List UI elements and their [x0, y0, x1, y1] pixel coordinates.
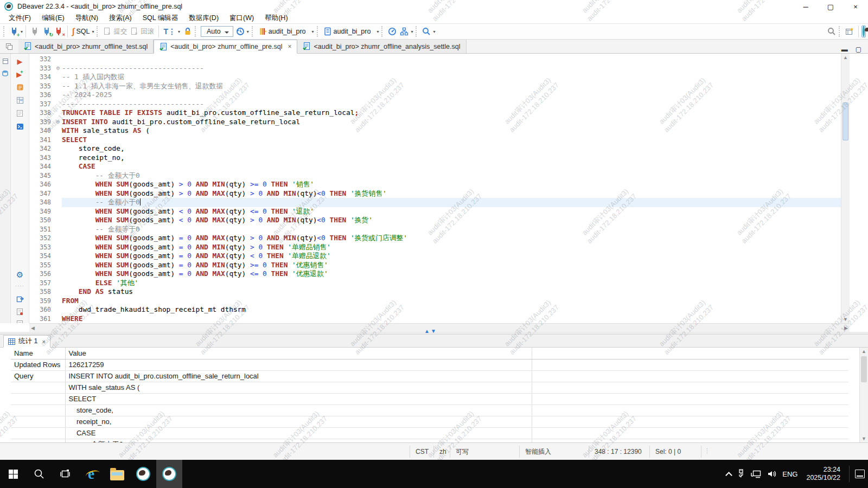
code-line[interactable]: 332 [29, 55, 841, 64]
tray-expand-icon[interactable] [725, 472, 732, 479]
close-icon[interactable]: × [42, 338, 45, 345]
code-line[interactable]: 354 WHEN SUM(goods_amt) = 0 AND MAX(qty)… [29, 252, 841, 261]
menu-item[interactable]: 窗口(W) [224, 14, 259, 23]
dbeaver-taskbar-button[interactable] [130, 460, 156, 488]
execute-statement-button[interactable]: ▶ [16, 57, 24, 66]
transaction-mode-button[interactable]: T⋮ ▾ [162, 26, 182, 37]
menu-item[interactable]: 帮助(H) [259, 14, 293, 23]
menu-item[interactable]: 数据库(D) [183, 14, 224, 23]
code-line[interactable]: 343 receipt_no, [29, 153, 841, 163]
table-row[interactable]: receipt_no, [11, 416, 848, 427]
minimize-panel-icon[interactable]: ▬ [841, 46, 848, 53]
code-line[interactable]: 341SELECT [29, 136, 841, 145]
window-minimize-icon[interactable]: ─ [793, 0, 818, 13]
taskbar-clock[interactable]: 23:24 2025/10/22 [803, 466, 844, 482]
dashboard-button[interactable] [386, 26, 398, 37]
scroll-up-icon[interactable]: ▲ [860, 349, 868, 354]
editor-vscrollbar[interactable]: ▲ ▼ [841, 54, 850, 323]
connect-button[interactable] [29, 26, 41, 37]
new-connection-button[interactable]: ＋ [8, 26, 20, 37]
window-close-icon[interactable]: × [843, 0, 868, 13]
open-perspective-button[interactable] [844, 26, 856, 37]
editor-list-button[interactable] [0, 40, 18, 53]
scroll-up-icon[interactable]: ▲ [841, 55, 850, 60]
code-line[interactable]: 353 WHEN SUM(goods_amt) = 0 AND MIN(qty)… [29, 243, 841, 252]
scroll-thumb[interactable] [861, 356, 867, 382]
sql-editor-button[interactable]: ∫ SQL ▾ [71, 25, 95, 37]
dbeaver-perspective-button[interactable] [861, 25, 866, 37]
menu-item[interactable]: SQL 编辑器 [137, 14, 184, 23]
column-header-value[interactable]: Value [65, 348, 532, 359]
menu-item[interactable]: 文件(F) [3, 14, 36, 23]
search-button[interactable]: ▾ [420, 26, 437, 37]
scroll-down-icon[interactable]: ▼ [841, 317, 850, 322]
start-button[interactable] [0, 460, 26, 488]
table-row[interactable]: WITH sale_status AS ( [11, 382, 848, 393]
code-area[interactable]: 332333⊖---------------------------------… [29, 55, 841, 323]
language-indicator[interactable]: ENG [782, 470, 797, 478]
code-line[interactable]: 338TRUNCATE TABLE IF EXISTS audit_bi_pro… [29, 108, 841, 118]
output-console-button[interactable] [16, 122, 24, 131]
results-vscrollbar[interactable]: ▲ ▼ [859, 348, 868, 442]
rollback-button[interactable]: 回滚 [129, 26, 156, 37]
table-row[interactable]: Updated Rows126217259 [11, 359, 848, 370]
editor-tab[interactable]: <audit_bi_pro> zhumr_offline_analysis_se… [297, 40, 466, 53]
settings-gear-icon[interactable]: ⚙ [16, 271, 24, 279]
script-log-button[interactable] [16, 109, 24, 118]
code-line[interactable]: 356 WHEN SUM(goods_amt) = 0 AND MAX(qty)… [29, 269, 841, 279]
reconnect-button[interactable]: ↻ [41, 26, 53, 37]
database-selector[interactable]: audit_bi_pro ▾ [322, 26, 381, 37]
editor-hscrollbar[interactable]: ◀ ▶ [29, 323, 850, 332]
database-navigator-icon[interactable] [1, 69, 10, 78]
code-line[interactable]: 352 WHEN SUM(goods_amt) = 0 AND MAX(qty)… [29, 234, 841, 243]
fold-marker-icon[interactable]: ⊖ [54, 118, 62, 127]
close-icon[interactable]: × [288, 43, 291, 50]
code-line[interactable]: 345 -- 金额大于0 [29, 171, 841, 181]
editor-tab[interactable]: <audit_bi_pro> zhumr_offline_test.sql [18, 40, 154, 53]
window-maximize-icon[interactable]: ▢ [818, 0, 843, 13]
quick-search-button[interactable] [826, 26, 838, 37]
speaker-icon[interactable] [767, 470, 777, 478]
menu-item[interactable]: 编辑(E) [36, 14, 70, 23]
column-header-name[interactable]: Name [11, 348, 65, 359]
code-line[interactable]: 340WITH sale_status AS ( [29, 126, 841, 136]
er-diagram-button[interactable]: ▾ [398, 26, 414, 37]
code-line[interactable]: 344 CASE [29, 162, 841, 171]
code-line[interactable]: 359FROM [29, 297, 841, 306]
internet-explorer-button[interactable]: e [78, 460, 104, 488]
open-file-button[interactable] [16, 319, 24, 323]
task-view-button[interactable] [52, 460, 78, 488]
execute-new-tab-button[interactable]: ▶+ [16, 70, 24, 79]
code-line[interactable]: 333⊖---------------------------------- [29, 64, 841, 73]
explain-plan-button[interactable] [16, 96, 24, 105]
disconnect-button[interactable]: × [53, 26, 65, 37]
code-line[interactable]: 335-- 1.1 插入非海一家、非男生女生销售、退款数据 [29, 82, 841, 91]
tab-statistics[interactable]: 统计 1 × [3, 335, 50, 348]
execute-script-button[interactable] [16, 83, 24, 92]
chevron-down-icon[interactable]: ▾ [21, 29, 23, 34]
code-line[interactable]: 342 store_code, [29, 144, 841, 153]
table-row[interactable]: SELECT [11, 393, 848, 404]
restore-panel-icon[interactable] [1, 57, 10, 66]
lock-button[interactable] [182, 26, 194, 37]
scroll-thumb[interactable] [843, 102, 848, 140]
scroll-left-icon[interactable]: ◀ [31, 325, 35, 331]
code-line[interactable]: 347 WHEN SUM(goods_amt) > 0 AND MAX(qty)… [29, 189, 841, 198]
network-display-icon[interactable] [751, 470, 762, 478]
taskbar-search-button[interactable] [26, 460, 52, 488]
code-line[interactable]: 350 WHEN SUM(goods_amt) < 0 AND MAX(qty)… [29, 216, 841, 225]
table-row[interactable]: store_code, [11, 404, 848, 416]
code-line[interactable]: 361WHERE [29, 314, 841, 324]
menu-item[interactable]: 搜索(A) [104, 14, 137, 23]
table-row[interactable]: CASE [11, 427, 848, 439]
code-line[interactable]: 334-- 1 插入国内数据 [29, 73, 841, 82]
save-file-button[interactable] [16, 307, 24, 316]
commit-button[interactable]: 提交 [101, 26, 129, 37]
table-row[interactable]: QueryINSERT INTO audit_bi_pro.custom_off… [11, 370, 848, 382]
usb-icon[interactable] [737, 469, 745, 479]
code-line[interactable]: 348 -- 金额小于0 [29, 198, 841, 207]
code-line[interactable]: 337---------------------------------- [29, 100, 841, 109]
scroll-down-icon[interactable]: ▼ [860, 436, 868, 441]
dbeaver-taskbar-button-active[interactable] [156, 460, 182, 488]
scroll-right-icon[interactable]: ▶ [844, 325, 848, 331]
